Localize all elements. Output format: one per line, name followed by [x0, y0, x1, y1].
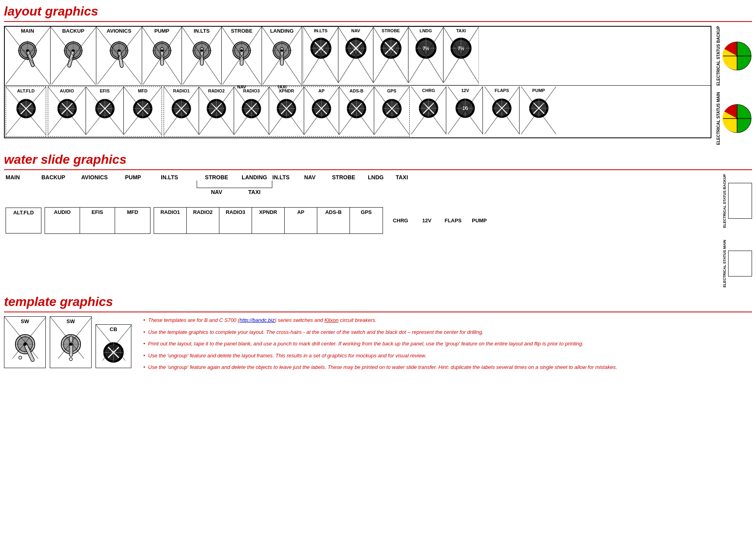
cb-12v-graphic: 10 — [454, 96, 476, 126]
ws-gps-box: GPS — [350, 208, 383, 233]
svg-point-19 — [112, 43, 126, 58]
svg-line-17 — [96, 27, 142, 84]
cb-taxi-right-graphic: 7½ — [449, 36, 473, 72]
sw-backup-label: BACKUP — [62, 28, 84, 34]
cb-taxi-right: TAXI 7½ — [443, 27, 479, 83]
cb-radio2: RADIO2 — [199, 87, 234, 135]
ws-12v-label: 12V — [415, 218, 439, 224]
ws-gps-box-label: GPS — [361, 209, 371, 215]
ws-radio2-box-label: RADIO2 — [193, 209, 213, 215]
cb-flaps-graphic — [491, 96, 513, 126]
backup-status: ELECTRICAL STATUS BACKUP — [716, 26, 752, 86]
svg-point-26 — [153, 42, 171, 59]
ws-ap-box: AP — [285, 208, 317, 233]
sw-avionics-graphic — [107, 39, 131, 75]
cb-pump-row2-graphic — [528, 96, 550, 126]
cb-ap-label: AP — [318, 88, 324, 93]
ws-strobe-right-label: STROBE — [332, 174, 368, 180]
cb-efis-graphic — [94, 96, 116, 126]
sw-inlts-diagonals — [182, 27, 221, 84]
sw-main-label: MAIN — [21, 28, 34, 34]
cb-audio-label: AUDIO — [60, 88, 74, 93]
layout-panel-board: MAIN — [4, 26, 711, 138]
cb-efis: EFIS — [86, 87, 124, 135]
svg-point-45 — [240, 49, 243, 52]
right-switch-row: IN.LTS — [303, 27, 479, 83]
cb-taxi-right-label: TAXI — [456, 28, 466, 33]
svg-line-24 — [142, 27, 182, 84]
layout-row2: ALT.FLD A — [5, 86, 711, 137]
svg-line-8 — [51, 27, 96, 84]
bullet-5: Use the 'ungroup' feature again and dele… — [143, 363, 752, 371]
ws-lndg-right-label: LNDG — [368, 174, 396, 180]
ws-landing-taxi: LANDING TAXI — [236, 174, 272, 195]
svg-point-43 — [234, 43, 249, 58]
ws-chrg-label: CHRG — [386, 218, 415, 224]
sw-icon-1: SW — [4, 316, 46, 368]
cb-gps-label: GPS — [387, 88, 396, 93]
svg-line-1 — [5, 27, 50, 84]
sw-strobe-label: STROBE — [231, 28, 252, 34]
bullet-4: Use the 'ungroup' feature and delete the… — [143, 352, 752, 360]
cb-group3: RADIO1 RADIO2 — [164, 86, 410, 137]
ws-nav-label: NAV — [211, 189, 223, 195]
ws-nav-bracket-line — [197, 180, 236, 188]
svg-point-29 — [161, 49, 163, 52]
landing-taxi-group: LANDING — [262, 27, 302, 85]
template-text-content: These templates are for B and C S700 (ht… — [143, 316, 752, 375]
strobe-nav-group: STROBE — [222, 27, 262, 85]
cb-radio1: RADIO1 — [164, 87, 199, 135]
ws-audio-box: AUDIO — [45, 208, 80, 233]
ws-radio3-box: RADIO3 — [219, 208, 252, 233]
main-status: ELECTRICAL STATUS MAIN — [716, 92, 752, 145]
cb-gps: GPS — [374, 87, 409, 135]
svg-rect-36 — [200, 47, 203, 65]
bandc-link[interactable]: http://bandc.biz — [240, 317, 275, 323]
cb-icon: CB — [96, 324, 131, 368]
cb-altfld: ALT.FLD — [6, 87, 46, 135]
template-section: template graphics SW — [4, 294, 752, 375]
cb-xpndr: XPNDR — [269, 87, 304, 135]
svg-point-35 — [195, 43, 209, 58]
svg-line-32 — [182, 27, 221, 84]
svg-point-18 — [110, 42, 128, 59]
ws-audio-box-label: AUDIO — [54, 209, 71, 215]
svg-line-16 — [96, 27, 142, 84]
sw-main-graphic — [16, 39, 39, 75]
ws-altfld-box-label: ALT.FLD — [13, 210, 34, 216]
svg-point-50 — [273, 42, 291, 59]
sw-icon-2: SW — [50, 316, 92, 368]
ws-strobe-nav: STROBE NAV — [197, 174, 236, 195]
cb-mfd-graphic — [132, 96, 154, 126]
cb-audio-graphic — [56, 96, 78, 126]
ws-adsb-box-label: ADS-B — [325, 209, 342, 215]
svg-point-5 — [26, 49, 29, 52]
cb-radio2-graphic — [205, 96, 227, 126]
svg-rect-4 — [26, 49, 35, 67]
svg-line-49 — [262, 27, 302, 84]
ws-mfd-box: MFD — [115, 208, 150, 233]
sw-landing-graphic — [270, 39, 294, 75]
svg-point-10 — [64, 42, 82, 59]
ws-main-box — [728, 251, 752, 276]
cb-group1: ALT.FLD — [6, 86, 46, 137]
cb-radio3-label: RADIO3 — [243, 88, 260, 93]
bullet-1: These templates are for B and C S700 (ht… — [143, 316, 752, 324]
svg-point-11 — [66, 43, 80, 58]
svg-text:7½: 7½ — [422, 46, 429, 51]
ws-inlts-label: IN.LTS — [161, 174, 197, 180]
sw-backup-diagonals — [51, 27, 96, 84]
ws-backup-label: BACKUP — [41, 174, 81, 180]
svg-point-2 — [19, 42, 36, 59]
cb-strobe-right-graphic — [379, 36, 403, 72]
cb-12v: 12V 10 — [448, 86, 483, 134]
sw-strobe: STROBE — [222, 27, 262, 84]
sw-pump: PUMP — [142, 27, 182, 84]
main-status-label: ELECTRICAL STATUS MAIN — [716, 92, 721, 145]
cb-nav-right-graphic — [344, 36, 368, 72]
sw-backup-graphic — [61, 39, 85, 75]
sw-backup: BACKUP — [51, 27, 96, 84]
svg-point-53 — [281, 49, 283, 52]
cb-ap-graphic — [311, 96, 332, 126]
sw-inlts-graphic — [190, 39, 214, 75]
